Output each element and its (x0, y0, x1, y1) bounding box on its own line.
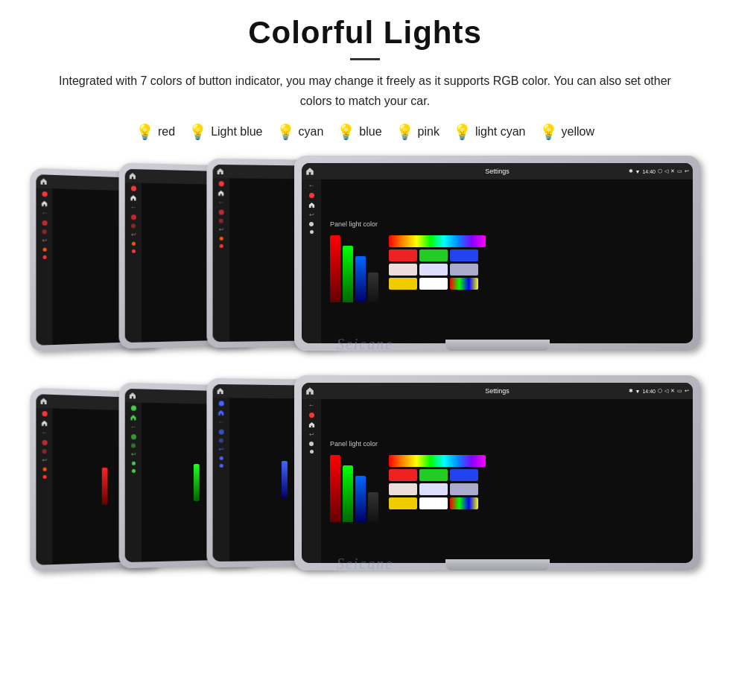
red-bulb-icon: 💡 (136, 123, 154, 141)
arrow-nav-u2: ↩ (130, 232, 136, 238)
sidebar-dot-power-uc (218, 401, 223, 407)
color-bars-group (330, 235, 378, 302)
settings-title-main: Settings (485, 168, 510, 175)
home-sidebar-main (308, 202, 315, 209)
volume-icon: ◁ (664, 168, 668, 174)
sidebar-dot-main-2 (309, 222, 314, 226)
sidebar-dot-main2-2 (309, 442, 314, 446)
sidebar-dot-4-u1 (42, 248, 46, 252)
swatch-white (419, 278, 448, 290)
bar-green (343, 246, 353, 302)
panel-content-area-2 (330, 455, 684, 522)
back-arrow-main2[interactable]: ← (308, 402, 315, 409)
home-icon-sidebar-ua (42, 421, 48, 427)
lightblue-label: Light blue (211, 125, 262, 139)
swatch-green-2 (419, 469, 448, 481)
bluetooth-icon-2: ✱ (629, 388, 633, 394)
swatch-purple-light-2 (450, 483, 478, 495)
home-icon-sidebar-u1 (42, 201, 48, 207)
arrow-left-ub: ← (130, 424, 136, 430)
home-icon-ub (129, 392, 136, 399)
sidebar-dot-3-u2 (131, 224, 136, 229)
bar-blue-2 (355, 476, 366, 522)
blue-bar-uc (281, 461, 287, 498)
sidebar-dot-power-u2 (130, 186, 136, 191)
lightcyan-bulb-icon: 💡 (453, 123, 472, 141)
description-text: Integrated with 7 colors of button indic… (45, 71, 685, 111)
home-icon-sidebar-u2 (130, 195, 136, 201)
swatches-row-2-1 (389, 469, 486, 481)
sidebar-dot-power-u3 (218, 182, 223, 187)
color-item-lightcyan: 💡 light cyan (453, 123, 526, 141)
blue-bulb-icon: 💡 (337, 123, 355, 141)
color-swatches-area-2 (389, 455, 486, 522)
back-arrow-main[interactable]: ← (308, 182, 315, 189)
home-icon-u2 (129, 172, 136, 179)
home-sidebar-main2 (308, 421, 315, 428)
sidebar-dot-main-1 (309, 193, 314, 198)
yellow-bulb-icon: 💡 (539, 123, 558, 141)
arrow-left-u2: ← (130, 205, 136, 211)
close-icon: ✕ (670, 168, 675, 174)
rainbow-bar (389, 235, 486, 247)
sidebar-dot-2-ub (130, 434, 136, 439)
sidebar-dot-4-u3 (219, 237, 223, 241)
sidebar-dot-5-u3 (219, 244, 223, 248)
home-icon-main2 (305, 386, 314, 395)
arrow-sidebar-main2: ↩ (309, 432, 314, 438)
swatch-white-2 (419, 497, 448, 509)
sidebar-dot-5-uc (219, 464, 223, 468)
device-group-2: MIC ← ↩ (30, 375, 700, 580)
sidebar-dot-3-u1 (42, 229, 47, 234)
minimize-icon-2: ▭ (677, 388, 682, 394)
bar-dark (368, 273, 378, 302)
minimize-icon: ▭ (677, 168, 682, 174)
bar-blue (355, 256, 366, 302)
swatches-row-2-2 (389, 483, 486, 495)
sidebar-dot-4-ub (131, 462, 135, 465)
sidebar-dot-3-ua (42, 449, 47, 454)
swatch-multi (450, 278, 478, 290)
sidebar-dot-5-u2 (131, 249, 135, 253)
panel-content-area (330, 235, 684, 302)
close-icon-2: ✕ (670, 388, 675, 394)
sidebar-dot-main-3 (310, 230, 314, 234)
arrow-nav-ub: ↩ (130, 452, 136, 458)
lightcyan-label: light cyan (475, 125, 526, 139)
sidebar-dot-3-u3 (219, 219, 223, 223)
device-unit-main: Settings ✱ ▼ 14:40 ⬡ ◁ ✕ ▭ ↩ (294, 156, 700, 351)
swatch-purple-light (450, 264, 478, 276)
swatch-blue-2 (450, 469, 478, 481)
sidebar-dot-main2-3 (310, 450, 314, 454)
time-display-2: 14:40 (642, 389, 656, 394)
swatches-row-1 (389, 249, 486, 261)
topbar-right-main: ✱ ▼ 14:40 ⬡ ◁ ✕ ▭ ↩ (629, 168, 689, 174)
arrow-left-u3: ← (218, 200, 224, 206)
title-section: Colorful Lights Integrated with 7 colors… (30, 15, 700, 111)
home-icon-u1 (40, 178, 48, 186)
home-icon-sidebar-uc (218, 410, 224, 416)
red-label: red (158, 125, 175, 139)
arrow-nav-u3: ↩ (218, 227, 223, 233)
home-icon-u3 (217, 168, 224, 175)
swatch-blue-light-2 (419, 483, 448, 495)
swatches-row-3 (389, 278, 486, 290)
back-icon: ↩ (685, 168, 689, 174)
swatch-red (389, 249, 417, 261)
color-item-yellow: 💡 yellow (539, 123, 594, 141)
wifi-icon: ▼ (635, 169, 641, 174)
swatch-green (419, 249, 448, 261)
topbar-left-main2 (305, 386, 314, 395)
blue-label: blue (359, 125, 381, 139)
color-item-blue: 💡 blue (337, 123, 381, 141)
color-item-lightblue: 💡 Light blue (188, 123, 262, 141)
swatch-pink-light (389, 264, 417, 276)
sidebar-dot-4-u2 (131, 242, 135, 246)
device-group-2-image: MIC ← ↩ (30, 375, 700, 580)
home-icon-main (305, 167, 314, 176)
lightblue-bulb-icon: 💡 (188, 123, 207, 141)
device-group-1-image: MIC ← ↩ (30, 156, 700, 360)
sidebar-dot-power-ua (42, 411, 47, 416)
color-swatches-area (389, 235, 486, 302)
sidebar-dot-power-u1 (42, 191, 47, 197)
